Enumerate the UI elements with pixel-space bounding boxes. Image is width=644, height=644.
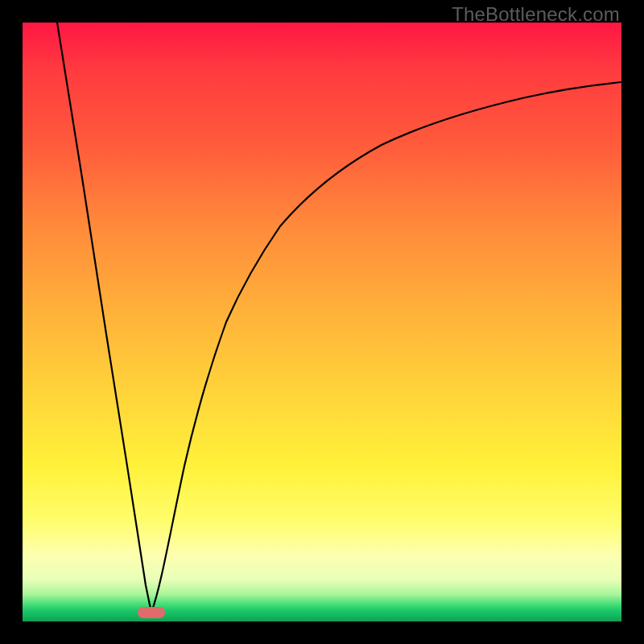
minimum-marker	[138, 607, 165, 618]
plot-area	[23, 23, 621, 621]
chart-frame: TheBottleneck.com	[0, 0, 644, 644]
bottleneck-curve	[23, 23, 621, 621]
watermark-text: TheBottleneck.com	[452, 3, 620, 26]
